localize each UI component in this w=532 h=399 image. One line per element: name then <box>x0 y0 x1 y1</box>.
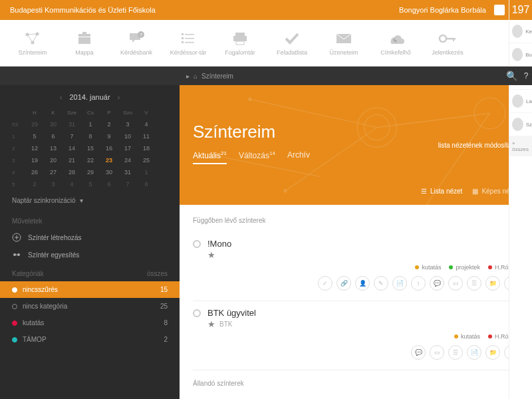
action-link-icon[interactable]: 🔗 <box>336 276 351 291</box>
tool-mappa[interactable]: Mappa <box>59 31 110 56</box>
notification-badge[interactable]: 197 <box>509 0 532 20</box>
tag[interactable]: kutatás <box>415 264 441 271</box>
space-name[interactable]: BTK ügyvitel <box>207 308 256 318</box>
person-item[interactable]: Ke <box>509 20 532 43</box>
cal-day[interactable]: 27 <box>44 169 63 176</box>
cal-day[interactable]: 12 <box>25 145 44 152</box>
category-kutatas[interactable]: kutatás 8 <box>0 315 180 331</box>
action-check-icon[interactable]: ✓ <box>318 276 332 291</box>
action-create-space[interactable]: Színtér létrehozás <box>0 229 180 246</box>
tag[interactable]: kutatás <box>454 333 480 340</box>
action-doc-icon[interactable]: 📄 <box>392 276 407 291</box>
category-nincsszures[interactable]: nincsszűrés 15 <box>0 281 180 298</box>
action-list-icon[interactable]: ☰ <box>467 276 481 291</box>
space-radio[interactable] <box>193 240 201 248</box>
tool-szintereim[interactable]: Színtereim <box>7 31 59 56</box>
star-icon[interactable]: ★ <box>207 319 215 329</box>
person-item[interactable]: La <box>509 90 532 113</box>
cal-day[interactable]: 8 <box>81 133 100 140</box>
tab-valtozas[interactable]: Változás14 <box>239 150 275 164</box>
cal-day[interactable]: 4 <box>63 181 81 188</box>
person-item[interactable]: Sz <box>509 113 532 136</box>
cat-all-link[interactable]: összes <box>147 270 168 277</box>
help-icon[interactable]: ? <box>524 71 529 80</box>
action-merge-space[interactable]: Színtér egyesítés <box>0 246 180 263</box>
action-edit-icon[interactable]: ✎ <box>374 276 388 291</box>
calendar-sync[interactable]: Naptár szinkronizáció ▾ <box>0 190 180 211</box>
action-user-icon[interactable]: 👤 <box>355 276 370 291</box>
cal-day[interactable]: 31 <box>118 169 137 176</box>
cal-day[interactable]: 9 <box>100 133 118 140</box>
action-chat-icon[interactable]: 💬 <box>430 276 444 291</box>
cal-day[interactable]: 29 <box>81 169 100 176</box>
cal-day[interactable]: 31 <box>63 121 81 128</box>
tool-fogalomtar[interactable]: Fogalomtár <box>214 31 266 56</box>
cal-day[interactable]: 7 <box>118 181 137 188</box>
cal-day[interactable]: 1 <box>81 121 100 128</box>
cal-day[interactable]: 15 <box>81 145 100 152</box>
tool-jelentkezes[interactable]: Jelentkezés <box>422 31 473 56</box>
cal-day[interactable]: 22 <box>81 157 100 164</box>
cal-day[interactable]: 19 <box>25 157 44 164</box>
cal-day[interactable]: 6 <box>100 181 118 188</box>
tool-kerdesbank[interactable]: ? Kérdésbank <box>110 31 162 56</box>
person-item[interactable]: Bo <box>509 43 532 66</box>
cal-day[interactable]: 13 <box>44 145 63 152</box>
cal-day[interactable]: 8 <box>137 181 156 188</box>
cal-day-today[interactable]: 23 <box>100 157 118 164</box>
cal-day[interactable]: 26 <box>25 169 44 176</box>
view-modify-link[interactable]: lista nézetének módosítása <box>438 142 519 149</box>
view-list[interactable]: ☰Lista nézet <box>421 188 462 195</box>
action-list-icon[interactable]: ☰ <box>448 345 463 360</box>
category-tamop[interactable]: TÁMOP 2 <box>0 331 180 348</box>
cal-day[interactable]: 30 <box>44 121 63 128</box>
calendar-prev[interactable]: ‹ <box>55 93 68 101</box>
tool-cimkefelho[interactable]: Címkefelhő <box>370 31 422 56</box>
cal-day[interactable]: 7 <box>63 133 81 140</box>
category-nincs-kategoria[interactable]: nincs kategória 25 <box>0 298 180 315</box>
action-book-icon[interactable]: ▭ <box>448 276 463 291</box>
cal-day[interactable]: 2 <box>100 121 118 128</box>
tool-feladatlista[interactable]: Feladatlista <box>266 31 318 56</box>
cal-day[interactable]: 29 <box>25 121 44 128</box>
cal-day[interactable]: 17 <box>118 145 137 152</box>
action-folder-icon[interactable]: 📁 <box>485 276 500 291</box>
cal-day[interactable]: 24 <box>118 157 137 164</box>
cal-day[interactable]: 5 <box>81 181 100 188</box>
breadcrumb-home-icon[interactable]: ⌂ <box>194 72 198 80</box>
cal-day[interactable]: 30 <box>100 169 118 176</box>
cal-day[interactable]: 3 <box>44 181 63 188</box>
right-panel-all[interactable]: » összes <box>509 136 532 156</box>
user-name[interactable]: Bongyori Boglárka Borbála <box>399 6 486 14</box>
action-folder-icon[interactable]: 📁 <box>485 345 500 360</box>
cal-day[interactable]: 3 <box>118 121 137 128</box>
cal-day[interactable]: 16 <box>100 145 118 152</box>
action-sort-icon[interactable]: ↕ <box>411 276 426 291</box>
cal-day[interactable]: 14 <box>63 145 81 152</box>
cal-day[interactable]: 10 <box>118 133 137 140</box>
action-doc-icon[interactable]: 📄 <box>467 345 481 360</box>
cal-day[interactable]: 1 <box>137 169 156 176</box>
cal-day[interactable]: 2 <box>25 181 44 188</box>
action-chat-icon[interactable]: 💬 <box>411 345 426 360</box>
space-radio[interactable] <box>193 309 201 317</box>
cal-day[interactable]: 18 <box>137 145 156 152</box>
search-icon[interactable]: 🔍 <box>506 70 517 81</box>
cal-day[interactable]: 6 <box>44 133 63 140</box>
space-name[interactable]: !Mono <box>207 239 231 249</box>
tool-kerdessor[interactable]: Kérdéssor-tár <box>162 31 214 56</box>
tag[interactable]: projektek <box>449 264 480 271</box>
breadcrumb-location[interactable]: Színtereim <box>201 72 233 80</box>
tool-uzeneteim[interactable]: Üzeneteim <box>318 31 370 56</box>
cal-day[interactable]: 5 <box>25 133 44 140</box>
cal-day[interactable]: 20 <box>44 157 63 164</box>
star-icon[interactable]: ★ <box>207 250 215 260</box>
action-book-icon[interactable]: ▭ <box>430 345 444 360</box>
user-avatar-icon[interactable] <box>494 5 505 15</box>
cal-day[interactable]: 28 <box>63 169 81 176</box>
calendar-next[interactable]: › <box>112 93 126 101</box>
cal-day[interactable]: 21 <box>63 157 81 164</box>
cal-day[interactable]: 11 <box>137 133 156 140</box>
cal-day[interactable]: 4 <box>137 121 156 128</box>
cal-day[interactable]: 25 <box>137 157 156 164</box>
